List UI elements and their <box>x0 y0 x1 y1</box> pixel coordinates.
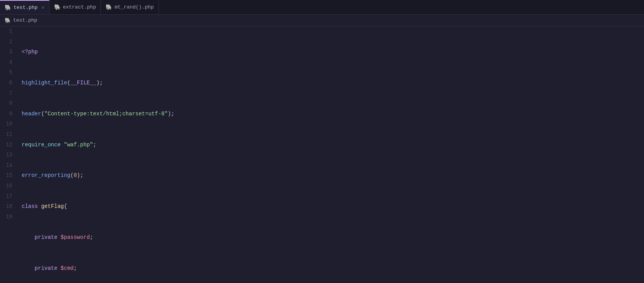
breadcrumb-icon: 🐘 <box>5 17 11 24</box>
tab-extract-php[interactable]: 🐘 extract.php <box>49 0 101 14</box>
line-num-8: 8 <box>3 98 12 109</box>
breadcrumb: 🐘 test.php <box>0 15 644 26</box>
code-line-5: error_reporting(0); <box>22 170 644 181</box>
line-num-7: 7 <box>3 88 12 99</box>
line-num-3: 3 <box>3 47 12 57</box>
line-num-16: 16 <box>3 181 12 191</box>
line-num-15: 15 <box>3 170 12 181</box>
line-num-5: 5 <box>3 67 12 78</box>
tab-label: extract.php <box>63 4 96 10</box>
tab-bar: 🐘 test.php ✕ 🐘 extract.php 🐘 mt_rand().p… <box>0 0 644 15</box>
line-num-2: 2 <box>3 37 12 47</box>
code-line-4: require_once "waf.php"; <box>22 140 644 150</box>
line-num-10: 10 <box>3 119 12 129</box>
tab-icon: 🐘 <box>54 4 61 10</box>
tab-label: mt_rand().php <box>114 4 153 10</box>
line-num-12: 12 <box>3 140 12 150</box>
line-num-1: 1 <box>3 26 12 37</box>
code-area[interactable]: <?php highlight_file(__FILE__); header("… <box>19 26 644 283</box>
breadcrumb-label: test.php <box>13 17 37 23</box>
editor-container: 1 2 3 4 5 6 7 8 9 10 11 12 13 14 15 16 1… <box>0 26 644 283</box>
code-line-3: header("Content-type:text/html;charset=u… <box>22 109 644 119</box>
line-num-11: 11 <box>3 129 12 140</box>
tab-mt-rand-php[interactable]: 🐘 mt_rand().php <box>101 0 158 14</box>
line-num-17: 17 <box>3 191 12 202</box>
tab-test-php[interactable]: 🐘 test.php ✕ <box>0 0 49 14</box>
line-num-9: 9 <box>3 109 12 119</box>
line-num-19: 19 <box>3 212 12 222</box>
code-line-7: private $password; <box>22 232 644 243</box>
line-num-18: 18 <box>3 201 12 212</box>
line-num-6: 6 <box>3 78 12 88</box>
line-num-13: 13 <box>3 150 12 160</box>
code-line-8: private $cmd; <box>22 263 644 274</box>
code-line-1: <?php <box>22 47 644 57</box>
code-line-6: class getFlag{ <box>22 201 644 212</box>
tab-icon: 🐘 <box>5 4 11 11</box>
code-line-2: highlight_file(__FILE__); <box>22 78 644 88</box>
line-num-14: 14 <box>3 160 12 171</box>
tab-label: test.php <box>14 5 37 10</box>
line-num-4: 4 <box>3 57 12 68</box>
tab-icon: 🐘 <box>106 4 112 10</box>
close-icon[interactable]: ✕ <box>41 5 44 10</box>
line-numbers: 1 2 3 4 5 6 7 8 9 10 11 12 13 14 15 16 1… <box>0 26 19 283</box>
